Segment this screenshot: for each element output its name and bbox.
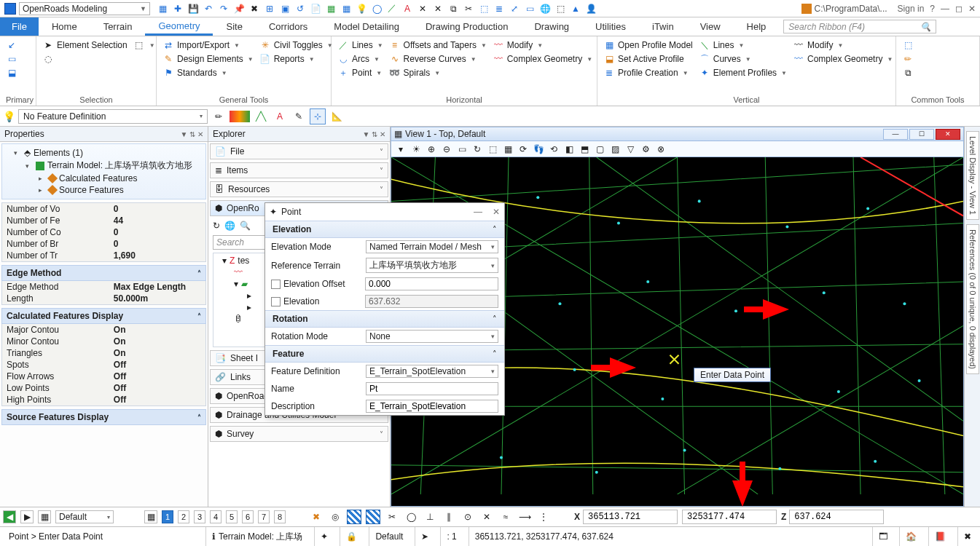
elevation-checkbox[interactable] [271,297,281,306]
level-cell[interactable]: Default [369,527,409,546]
status-icon[interactable]: 📕 [928,527,952,546]
section-header[interactable]: Source Features Display˄ [1,409,206,425]
accu-tool[interactable]: ◯ [404,510,418,524]
explorer-items[interactable]: ≣Items˅ [210,162,388,178]
qat-redo-icon[interactable]: ↷ [217,2,230,15]
reports-button[interactable]: 📄Reports▼ [259,53,333,65]
rotation-mode-combo[interactable]: None▾ [366,330,498,343]
v-complex-button[interactable]: 〰Complex Geometry▼ [793,53,893,65]
references-tab[interactable]: References (0 of 0 unique, 0 displayed) [966,224,979,374]
nav-next-button[interactable]: ▶ [20,510,34,523]
qat-icon[interactable]: ◯ [370,2,383,15]
qat-icon[interactable]: ▭ [523,2,536,15]
view-toggle-7[interactable]: 7 [258,510,270,523]
name-input[interactable] [366,382,498,395]
qat-icon[interactable]: ▦ [324,2,337,15]
common-tool-1[interactable]: ⬚ [902,39,914,51]
exp-tool[interactable]: 🔍 [240,221,251,231]
elevation-mode-combo[interactable]: Named Terrain Model / Mesh▾ [366,240,498,253]
v-curves-button[interactable]: ⌒Curves▼ [699,53,787,65]
view-tool[interactable]: ⚙ [639,144,652,154]
dialog-titlebar[interactable]: ✦ Point — ✕ [265,203,504,221]
view-tool[interactable]: ◧ [562,144,576,154]
complex-button[interactable]: 〰Complex Geometry▼ [493,53,592,65]
qat-icon[interactable]: ▣ [278,2,291,15]
element-profiles-button[interactable]: ✦Element Profiles▼ [699,67,787,79]
status-icon[interactable]: 🏠 [899,527,922,546]
rotation-section-header[interactable]: Rotation˄ [265,310,504,328]
qat-icon[interactable]: 🌐 [538,2,552,15]
exp-tool[interactable]: ↻ [213,221,220,231]
select-cell[interactable]: ➤ [415,527,434,546]
tree-node-terrain[interactable]: ▾Terrain Model: 上库场平填筑收方地形 [7,159,201,173]
view-tool[interactable]: ⟳ [517,144,530,154]
qat-icon[interactable]: ✂ [462,2,475,15]
snap-cell[interactable]: ✦ [314,527,334,546]
qat-icon[interactable]: ⬚ [554,2,567,15]
expand-icon[interactable]: ▸ [247,302,251,312]
scale-cell[interactable]: : 1 [440,527,462,546]
accu-tool[interactable]: ∥ [442,510,456,524]
dialog-minimize[interactable]: — [474,207,482,217]
view-tool[interactable]: ⟲ [547,144,560,154]
qat-icon[interactable]: ✕ [416,2,429,15]
view-toggle-1[interactable]: 1 [162,510,173,523]
view-tool[interactable]: ⊗ [654,144,667,154]
feature-definition-combo[interactable]: E_Terrain_SpotElevation▾ [366,365,498,378]
qat-icon[interactable]: ▦ [340,2,353,15]
model-icon[interactable]: ▦ [38,510,51,523]
expand-icon[interactable]: ▸ [39,186,46,194]
exp-tool[interactable]: 🌐 [224,221,235,231]
view-titlebar[interactable]: ▦ View 1 - Top, Default — ☐ ✕ [391,127,964,141]
qat-icon[interactable]: ≣ [493,2,506,15]
element-selection-button[interactable]: ➤Element Selection [42,39,128,51]
explorer-survey[interactable]: ⬢Survey˅ [210,426,388,442]
grid-row[interactable]: Low PointsOff [2,382,205,394]
expand-icon[interactable]: ▸ [247,290,251,301]
view-tool[interactable]: ▭ [455,144,469,154]
panel-controls[interactable]: ▼ ⇅ ✕ [181,130,203,138]
view-tool[interactable]: ⬚ [486,144,499,154]
spirals-button[interactable]: ➿Spirals▼ [389,67,487,79]
view-tool[interactable]: ▢ [593,144,606,154]
open-profile-button[interactable]: ▦Open Profile Model [603,39,693,51]
grid-row[interactable]: TrianglesOn [2,347,205,359]
reference-terrain-combo[interactable]: 上库场平填筑收方地形▾ [366,258,498,273]
feature-section-header[interactable]: Feature˄ [265,345,504,363]
featbar-tool[interactable]: ╱╲ [253,108,269,124]
view-tool[interactable]: ⊖ [440,144,453,154]
view-tool[interactable]: ▾ [394,144,407,154]
status-icon[interactable]: ✖ [957,527,977,546]
featbar-tool[interactable]: ✏ [211,108,227,124]
tab-help[interactable]: Help [734,17,780,36]
v-modify-button[interactable]: 〰Modify▼ [793,39,893,51]
explorer-file[interactable]: 📄File˅ [210,143,388,159]
grid-row[interactable]: SpotsOff [2,359,205,371]
view-tool[interactable]: ↻ [471,144,484,154]
grid-row[interactable]: Length50.000m [2,293,205,304]
expand-icon[interactable]: ▸ [39,175,46,182]
search-ribbon-input[interactable]: Search Ribbon (F4) 🔍 [783,20,936,33]
qat-icon[interactable]: ✕ [431,2,444,15]
qat-bulb-icon[interactable]: 💡 [355,2,368,15]
accu-tool[interactable]: ✕ [479,510,494,524]
design-elements-button[interactable]: ✎Design Elements▼ [162,53,254,65]
description-input[interactable] [366,400,498,413]
dialog-close[interactable]: ✕ [493,207,500,217]
x-coord-input[interactable] [583,510,678,524]
tab-home[interactable]: Home [39,17,90,36]
elevation-offset-input[interactable] [365,277,498,290]
nav-prev-button[interactable]: ◀ [3,510,16,523]
qat-icon[interactable]: 📄 [309,2,322,15]
properties-element-tree[interactable]: ▾⬘Elements (1) ▾Terrain Model: 上库场平填筑收方地… [1,143,206,199]
primary-tool-3[interactable]: ⬓ [6,67,17,79]
panel-controls[interactable]: ▼ ⇅ ✕ [363,130,385,138]
grid-row[interactable]: Minor ContouOn [2,336,205,347]
view-toggle-8[interactable]: 8 [274,510,286,523]
primary-tool-1[interactable]: ↙ [6,39,17,51]
view-tool[interactable]: ⊕ [425,144,438,154]
view-tool[interactable]: ▽ [624,144,637,154]
arcs-button[interactable]: ◡Arcs▼ [337,53,383,65]
point-dialog[interactable]: ✦ Point — ✕ Elevation˄ Elevation Mode Na… [264,202,505,416]
explorer-resources[interactable]: 🗄Resources˅ [210,181,388,197]
